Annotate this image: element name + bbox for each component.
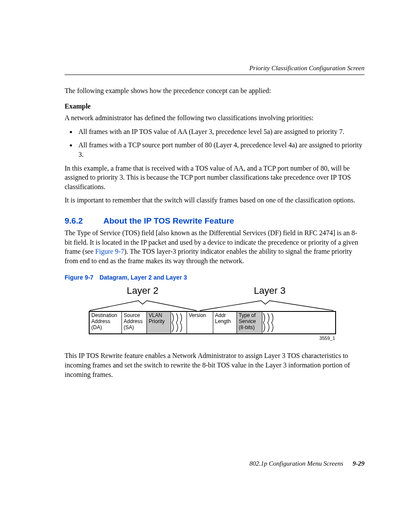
bracket-svg xyxy=(89,299,339,311)
list-item: All frames with an IP TOS value of AA (L… xyxy=(77,127,364,137)
gap2 xyxy=(262,312,278,333)
example-explain-2: It is important to remember that the swi… xyxy=(65,196,364,205)
example-explain-1: In this example, a frame that is receive… xyxy=(65,164,364,192)
section-title: About the IP TOS Rewrite Feature xyxy=(103,216,234,225)
figure-number: Figure 9-7 xyxy=(65,274,93,281)
diagram-boxes: DestinationAddress(DA) SourceAddress(SA)… xyxy=(89,311,336,334)
after-figure-paragraph: This IP TOS Rewrite feature enables a Ne… xyxy=(65,351,364,379)
header-rule xyxy=(65,75,364,75)
box-tos: Type ofService(8-bits) xyxy=(237,312,262,333)
figure-caption: Figure 9-7Datagram, Layer 2 and Layer 3 xyxy=(65,274,364,281)
figure-title: Datagram, Layer 2 and Layer 3 xyxy=(100,274,187,281)
bullet-list: All frames with an IP TOS value of AA (L… xyxy=(65,127,364,159)
box-version: Version xyxy=(187,312,213,333)
box-sa: SourceAddress(SA) xyxy=(122,312,147,333)
footer-page: 9-29 xyxy=(353,460,365,467)
figure-link[interactable]: Figure 9-7 xyxy=(95,248,124,255)
gap1 xyxy=(171,312,187,333)
figure-diagram: Layer 2 Layer 3 DestinationAddress(DA) S… xyxy=(89,285,339,341)
section-heading: 9.6.2About the IP TOS Rewrite Feature xyxy=(65,216,364,226)
box-addr: AddrLength xyxy=(213,312,237,333)
section-paragraph: The Type of Service (TOS) field [also kn… xyxy=(65,228,364,265)
layer3-label: Layer 3 xyxy=(205,285,334,296)
page-footer: 802.1p Configuration Menu Screens 9-29 xyxy=(249,460,364,467)
example-heading: Example xyxy=(65,102,364,111)
page-header-right: Priority Classification Configuration Sc… xyxy=(65,65,364,72)
example-intro: A network administrator has defined the … xyxy=(65,113,364,123)
list-item: All frames with a TCP source port number… xyxy=(77,140,364,159)
box-da: DestinationAddress(DA) xyxy=(90,312,122,333)
footer-text: 802.1p Configuration Menu Screens xyxy=(249,460,343,467)
diagram-id: 3559_1 xyxy=(89,336,335,341)
section-number: 9.6.2 xyxy=(65,216,103,226)
layer2-label: Layer 2 xyxy=(89,285,196,296)
intro-paragraph: The following example shows how the prec… xyxy=(65,86,364,96)
box-tail xyxy=(278,312,335,333)
box-vlan: VLANPriority xyxy=(147,312,171,333)
